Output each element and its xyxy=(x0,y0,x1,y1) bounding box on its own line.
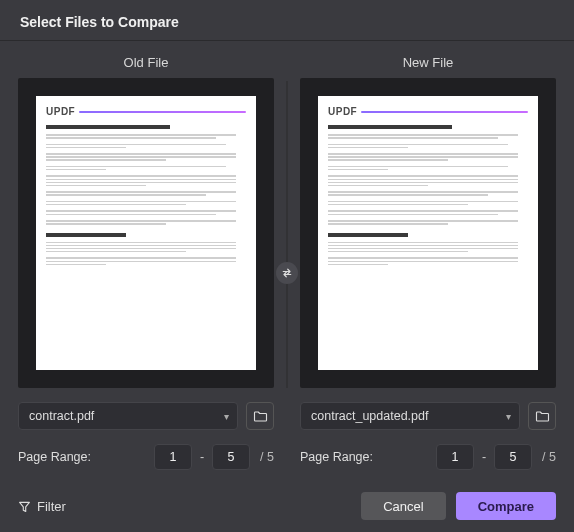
new-page-from-input[interactable] xyxy=(436,444,474,470)
old-file-controls: contract.pdf ▾ Page Range: - / 5 xyxy=(18,402,274,470)
compare-button[interactable]: Compare xyxy=(456,492,556,520)
new-page-total: / 5 xyxy=(542,450,556,464)
range-dash: - xyxy=(200,450,204,464)
new-file-select[interactable]: contract_updated.pdf ▾ xyxy=(300,402,520,430)
swap-icon xyxy=(281,267,293,279)
panel-separator xyxy=(287,81,288,388)
old-file-heading: Old File xyxy=(18,49,274,78)
chevron-down-icon: ▾ xyxy=(224,411,229,422)
old-page-range-label: Page Range: xyxy=(18,450,91,464)
filter-label: Filter xyxy=(37,499,66,514)
old-page-total: / 5 xyxy=(260,450,274,464)
old-file-browse-button[interactable] xyxy=(246,402,274,430)
new-file-select-label: contract_updated.pdf xyxy=(311,409,428,423)
folder-icon xyxy=(535,410,550,423)
filter-icon xyxy=(18,500,31,513)
old-page-to-input[interactable] xyxy=(212,444,250,470)
new-file-document-preview: UPDF xyxy=(318,96,538,370)
filter-button[interactable]: Filter xyxy=(18,499,66,514)
old-doc-logo: UPDF xyxy=(46,106,75,117)
old-file-select-label: contract.pdf xyxy=(29,409,94,423)
new-doc-logo: UPDF xyxy=(328,106,357,117)
new-file-thumbnail[interactable]: UPDF xyxy=(300,78,556,388)
new-file-panel: New File UPDF xyxy=(300,49,556,388)
old-file-select[interactable]: contract.pdf ▾ xyxy=(18,402,238,430)
chevron-down-icon: ▾ xyxy=(506,411,511,422)
new-page-to-input[interactable] xyxy=(494,444,532,470)
new-page-range-label: Page Range: xyxy=(300,450,373,464)
new-file-heading: New File xyxy=(300,49,556,78)
old-page-from-input[interactable] xyxy=(154,444,192,470)
swap-files-button[interactable] xyxy=(276,262,298,284)
folder-icon xyxy=(253,410,268,423)
old-file-thumbnail[interactable]: UPDF xyxy=(18,78,274,388)
range-dash: - xyxy=(482,450,486,464)
dialog-title: Select Files to Compare xyxy=(0,0,574,40)
old-file-panel: Old File UPDF xyxy=(18,49,274,388)
old-file-document-preview: UPDF xyxy=(36,96,256,370)
cancel-button[interactable]: Cancel xyxy=(361,492,445,520)
new-file-controls: contract_updated.pdf ▾ Page Range: - / 5 xyxy=(300,402,556,470)
new-file-browse-button[interactable] xyxy=(528,402,556,430)
